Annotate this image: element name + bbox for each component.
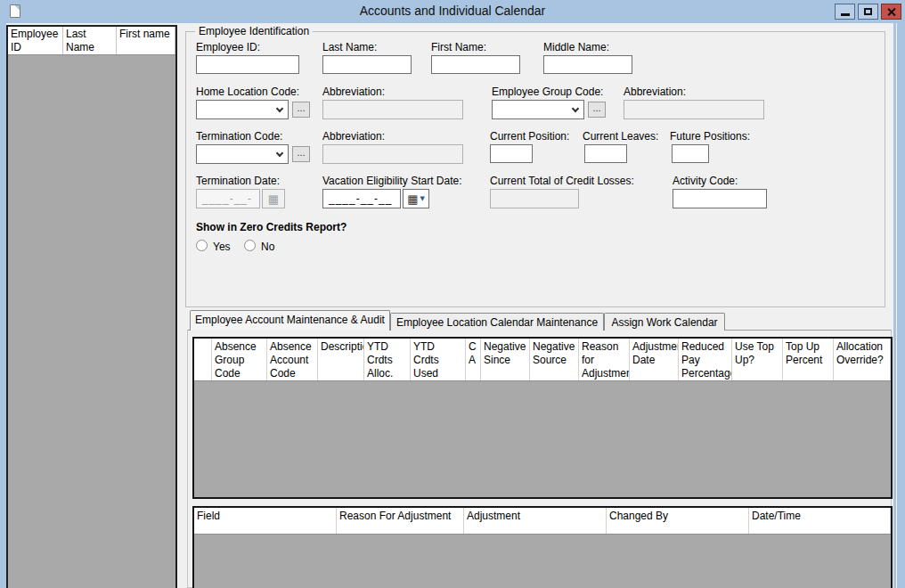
- title-bar: Accounts and Individual Calendar: [0, 0, 905, 23]
- last-name-input[interactable]: [322, 55, 412, 74]
- employee-list-body[interactable]: [8, 55, 175, 588]
- column-header-row-selector[interactable]: [194, 339, 212, 380]
- first-name-input[interactable]: [431, 55, 520, 74]
- column-header-allocation-override[interactable]: Allocation Override?: [834, 339, 891, 380]
- column-header-top-up-percent[interactable]: Top Up Percent: [783, 339, 834, 380]
- column-header-adjustment[interactable]: Adjustment: [464, 508, 607, 534]
- column-header-ytd-crdts-used[interactable]: YTD Crdts Used: [411, 339, 466, 380]
- home-location-code-combobox[interactable]: [196, 100, 289, 119]
- account-maintenance-grid: Absence Group Code Absence Account Code …: [192, 337, 893, 499]
- current-total-credit-losses-input: [490, 189, 579, 208]
- current-position-label: Current Position:: [490, 130, 569, 143]
- employee-group-code-label: Employee Group Code:: [492, 86, 603, 98]
- zero-credits-no-radio[interactable]: [244, 240, 256, 251]
- audit-grid: Field Reason For Adjustment Adjustment C…: [192, 506, 893, 588]
- termination-date-calendar-button[interactable]: ▦: [262, 189, 285, 208]
- middle-name-label: Middle Name:: [543, 41, 609, 53]
- window: Accounts and Individual Calendar Employe…: [0, 0, 905, 588]
- employee-id-input[interactable]: [196, 55, 299, 74]
- employee-group-code-combobox[interactable]: [492, 100, 584, 119]
- current-total-credit-losses-label: Current Total of Credit Losses:: [490, 175, 634, 187]
- minimize-button[interactable]: [835, 4, 855, 20]
- termination-date-label: Termination Date:: [196, 175, 280, 187]
- column-header-absence-group-code[interactable]: Absence Group Code: [212, 339, 267, 380]
- current-leaves-label: Current Leaves:: [583, 130, 658, 143]
- column-header-date-time[interactable]: Date/Time: [749, 508, 891, 534]
- termination-abbreviation-label: Abbreviation:: [322, 130, 385, 143]
- maximize-icon: [864, 8, 872, 15]
- column-header-ytd-crdts-alloc[interactable]: YTD Crdts Alloc.: [364, 339, 411, 380]
- audit-grid-body[interactable]: [194, 535, 891, 588]
- tab-assign-work-calendar[interactable]: Assign Work Calendar: [604, 313, 725, 331]
- termination-code-combobox[interactable]: [196, 144, 289, 164]
- close-icon: [886, 7, 896, 17]
- last-name-label: Last Name:: [322, 41, 377, 53]
- employee-group-abbreviation-input: [624, 100, 764, 119]
- termination-date-input[interactable]: ____-__-__: [196, 189, 260, 208]
- column-header-reduced-pay-percentage[interactable]: Reduced Pay Percentage: [679, 339, 732, 380]
- chevron-down-icon: [572, 105, 579, 112]
- column-header-absence-account-code[interactable]: Absence Account Code: [267, 339, 318, 380]
- column-header-current-avail[interactable]: C A: [466, 339, 481, 380]
- column-header-description[interactable]: Description: [318, 339, 364, 380]
- activity-code-label: Activity Code:: [673, 175, 738, 187]
- column-header-field[interactable]: Field: [194, 508, 337, 534]
- home-location-abbreviation-label: Abbreviation:: [322, 86, 385, 98]
- vacation-eligibility-start-date-input[interactable]: ____-__-__: [322, 189, 401, 208]
- column-header-use-top-up[interactable]: Use Top Up?: [732, 339, 783, 380]
- maximize-button[interactable]: [858, 4, 878, 20]
- account-grid-body[interactable]: [194, 381, 891, 497]
- audit-grid-header: Field Reason For Adjustment Adjustment C…: [194, 508, 891, 535]
- column-header-negative-since[interactable]: Negative Since: [481, 339, 530, 380]
- termination-code-browse-button[interactable]: ...: [292, 146, 310, 162]
- account-grid-header: Absence Group Code Absence Account Code …: [194, 339, 891, 381]
- employee-list-panel: Employee ID Last Name First name: [6, 25, 177, 588]
- termination-code-label: Termination Code:: [196, 130, 282, 143]
- future-positions-input[interactable]: [672, 144, 709, 163]
- chevron-down-icon: [276, 105, 283, 112]
- tab-employee-location-calendar-maintenance[interactable]: Employee Location Calendar Maintenance: [390, 313, 604, 331]
- client-area: Employee ID Last Name First name Employe…: [6, 23, 893, 588]
- chevron-down-icon: [276, 150, 283, 157]
- employee-group-code-browse-button[interactable]: ...: [588, 102, 606, 118]
- zero-credits-yes-radio[interactable]: [196, 240, 208, 251]
- first-name-label: First Name:: [431, 41, 486, 53]
- column-header-reason-for-adjustment[interactable]: Reason for Adjustment: [579, 339, 630, 380]
- employee-group-code-value: [493, 101, 583, 104]
- window-title: Accounts and Individual Calendar: [0, 4, 905, 18]
- tab-employee-account-maintenance-audit[interactable]: Employee Account Maintenance & Audit: [190, 310, 390, 331]
- home-location-code-label: Home Location Code:: [196, 86, 299, 98]
- termination-code-value: [197, 145, 288, 149]
- employee-list-column-first-name[interactable]: First name: [117, 27, 175, 54]
- calendar-icon: ▦: [268, 193, 279, 205]
- activity-code-input[interactable]: [673, 189, 767, 208]
- zero-credits-no-label[interactable]: No: [261, 241, 274, 253]
- calendar-icon: ▦: [407, 193, 418, 205]
- minimize-icon: [841, 13, 850, 16]
- column-header-reason-for-adjustment[interactable]: Reason For Adjustment: [337, 508, 464, 534]
- close-button[interactable]: [881, 4, 901, 20]
- employee-list-column-last-name[interactable]: Last Name: [63, 27, 117, 54]
- employee-id-label: Employee ID:: [196, 41, 260, 53]
- window-border-accent: [896, 23, 897, 588]
- current-leaves-input[interactable]: [584, 144, 627, 163]
- dropdown-arrow-icon: ▼: [420, 195, 424, 202]
- zero-credits-yes-label[interactable]: Yes: [213, 241, 231, 253]
- employee-list-header: Employee ID Last Name First name: [8, 27, 175, 55]
- home-location-code-browse-button[interactable]: ...: [292, 102, 310, 118]
- home-location-code-value: [197, 101, 288, 104]
- zero-credits-question-label: Show in Zero Credits Report?: [196, 221, 347, 233]
- column-header-changed-by[interactable]: Changed By: [607, 508, 749, 534]
- termination-abbreviation-input: [322, 144, 463, 164]
- vacation-eligibility-date-calendar-button[interactable]: ▦ ▼: [403, 189, 429, 208]
- future-positions-label: Future Positions:: [670, 130, 750, 143]
- main-panel: Employee Identification Employee ID: Las…: [182, 23, 893, 588]
- middle-name-input[interactable]: [543, 55, 632, 74]
- employee-list-column-employee-id[interactable]: Employee ID: [8, 27, 63, 54]
- column-header-adjustment-date[interactable]: Adjustment Date: [630, 339, 679, 380]
- window-controls: [835, 4, 901, 20]
- home-location-abbreviation-input: [322, 100, 463, 119]
- employee-identification-group-title: Employee Identification: [195, 25, 313, 37]
- current-position-input[interactable]: [490, 144, 533, 163]
- column-header-negative-source[interactable]: Negative Source: [530, 339, 579, 380]
